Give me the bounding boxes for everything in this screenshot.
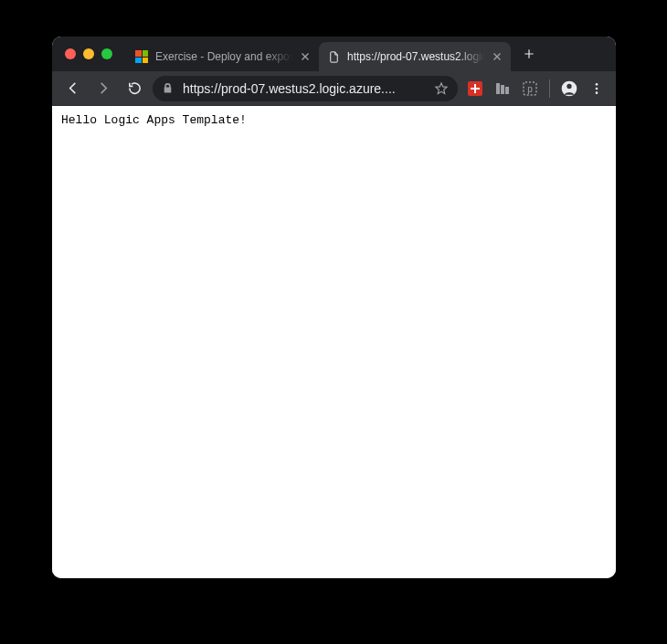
svg-point-11 [596, 87, 598, 90]
close-window-button[interactable] [65, 48, 76, 59]
svg-text:p: p [527, 84, 533, 94]
extension-icon-2[interactable] [491, 77, 514, 100]
profile-button[interactable] [557, 77, 581, 100]
reload-button[interactable] [122, 76, 147, 101]
titlebar: Exercise - Deploy and export a workflow … [52, 37, 616, 71]
bookmark-star-icon[interactable] [434, 81, 449, 96]
svg-rect-5 [505, 87, 509, 94]
svg-point-12 [596, 91, 598, 94]
menu-button[interactable] [585, 77, 609, 100]
svg-rect-3 [496, 83, 500, 94]
page-content: Hello Logic Apps Template! [52, 106, 616, 578]
extension-icon-3[interactable]: p [518, 77, 542, 100]
url-text: https://prod-07.westus2.logic.azure.... [183, 81, 425, 96]
toolbar: https://prod-07.westus2.logic.azure.... … [52, 71, 616, 106]
tab-title: Exercise - Deploy and export a workflow [155, 50, 292, 63]
page-favicon-icon [326, 49, 341, 64]
svg-rect-2 [471, 88, 480, 90]
tab-prod07[interactable]: https://prod-07.westus2.logic.azure.com [319, 42, 511, 71]
page-body-text: Hello Logic Apps Template! [61, 113, 247, 127]
toolbar-actions: p [463, 77, 609, 100]
maximize-window-button[interactable] [101, 48, 112, 59]
extension-icon-1[interactable] [463, 77, 487, 100]
new-tab-button[interactable] [516, 41, 542, 67]
svg-rect-4 [501, 85, 504, 94]
forward-button[interactable] [90, 76, 116, 101]
tab-strip: Exercise - Deploy and export a workflow … [127, 37, 616, 71]
minimize-window-button[interactable] [83, 48, 94, 59]
address-bar[interactable]: https://prod-07.westus2.logic.azure.... [153, 76, 458, 101]
browser-window: Exercise - Deploy and export a workflow … [52, 37, 616, 578]
svg-point-9 [566, 83, 571, 88]
tab-title: https://prod-07.westus2.logic.azure.com [347, 50, 484, 63]
toolbar-divider [549, 79, 550, 98]
tab-close-button[interactable] [299, 50, 312, 63]
tab-exercise[interactable]: Exercise - Deploy and export a workflow [127, 42, 319, 71]
tab-close-button[interactable] [491, 50, 503, 63]
microsoft-favicon-icon [134, 49, 149, 64]
svg-point-10 [596, 83, 598, 86]
window-controls [61, 48, 118, 59]
lock-icon [162, 82, 174, 94]
back-button[interactable] [59, 76, 85, 101]
